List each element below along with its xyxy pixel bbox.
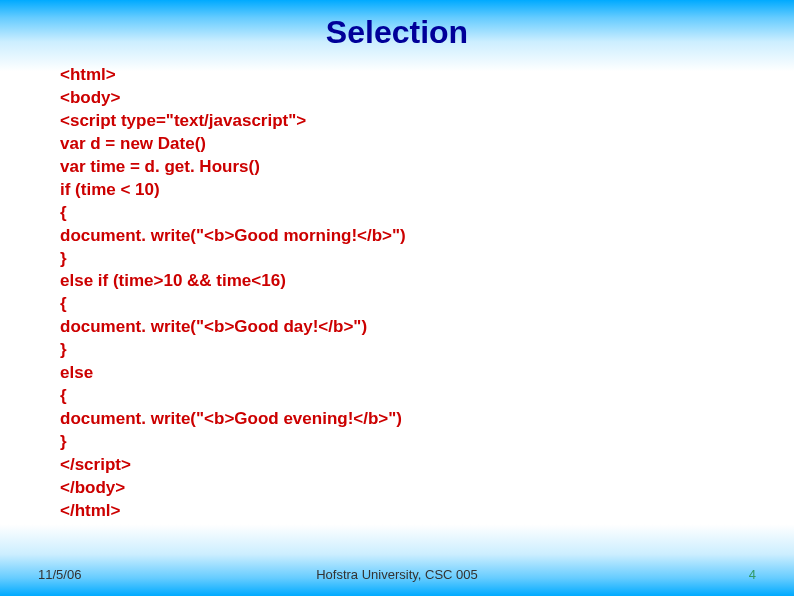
slide-title: Selection	[0, 0, 794, 59]
footer-page-number: 4	[749, 567, 756, 582]
footer-center: Hofstra University, CSC 005	[0, 567, 794, 582]
code-block: <html> <body> <script type="text/javascr…	[60, 64, 406, 523]
